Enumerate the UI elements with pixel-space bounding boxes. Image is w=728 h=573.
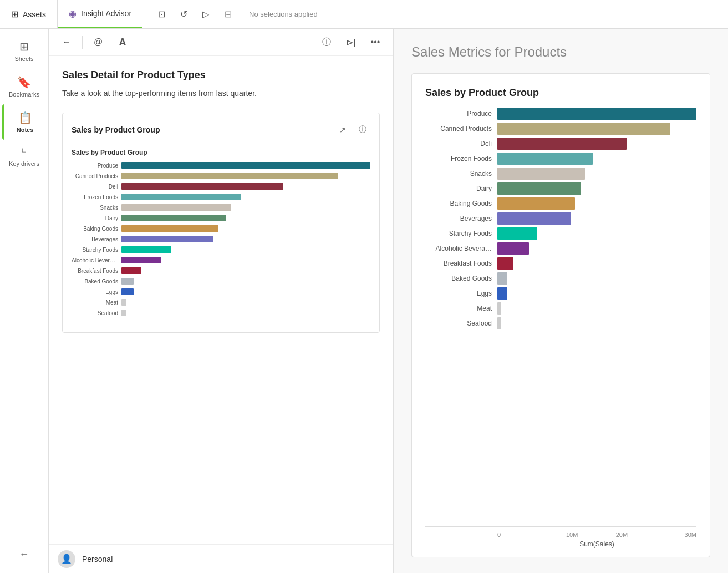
chart-info-button[interactable]: ⓘ xyxy=(355,122,370,138)
right-bar-track xyxy=(497,197,696,210)
right-bar-track xyxy=(497,227,696,240)
at-button[interactable]: @ xyxy=(89,33,107,51)
right-chart-area: ProduceCanned ProductsDeliFrozen FoodsSn… xyxy=(425,108,696,548)
right-bar-label: Baking Goods xyxy=(425,200,497,207)
collapse-button[interactable]: ← xyxy=(14,544,34,564)
no-selections-label: No selections applied xyxy=(249,10,318,18)
right-bar xyxy=(497,227,537,240)
chart-card-icons: ↗ ⓘ xyxy=(335,122,370,138)
notes-icon: 📋 xyxy=(18,111,32,124)
assets-tab[interactable]: ⊞ Assets xyxy=(0,0,58,28)
mini-bar-label: Canned Products xyxy=(72,173,121,179)
sidebar-item-notes[interactable]: 📋 Notes xyxy=(2,104,47,140)
right-bar-label: Baked Goods xyxy=(425,275,497,282)
mini-bar-row: Alcoholic Bevera… xyxy=(72,256,370,265)
right-bar-track xyxy=(497,257,696,270)
right-bar-label: Canned Products xyxy=(425,125,497,133)
mini-bar xyxy=(121,194,241,200)
right-bar-row: Frozen Foods xyxy=(425,153,696,165)
sidebar-item-sheets[interactable]: ⊞ Sheets xyxy=(2,33,47,69)
mini-bar-track xyxy=(121,194,370,200)
right-bar-track xyxy=(497,242,696,255)
right-bar xyxy=(497,168,585,180)
mini-bar-row: Meat xyxy=(72,298,370,307)
mini-bar xyxy=(121,299,126,306)
back-button[interactable]: ← xyxy=(58,33,75,51)
right-bar xyxy=(497,197,575,210)
assets-label: Assets xyxy=(23,10,46,19)
mini-bar xyxy=(121,310,126,316)
x-axis: 0 10M 20M 30M xyxy=(425,526,696,538)
mini-bar-label: Seafood xyxy=(72,310,121,316)
mini-bar xyxy=(121,236,213,242)
right-bar-track xyxy=(497,108,696,120)
right-bar-track xyxy=(497,168,696,180)
sheets-icon: ⊞ xyxy=(19,40,29,53)
right-bar-label: Produce xyxy=(425,110,497,118)
mini-bar-track xyxy=(121,246,370,253)
right-bars-container: ProduceCanned ProductsDeliFrozen FoodsSn… xyxy=(425,108,696,524)
right-bar-row: Baked Goods xyxy=(425,272,696,285)
info-button[interactable]: ⓘ xyxy=(318,33,335,51)
right-bar-label: Deli xyxy=(425,140,497,148)
right-bar-row: Meat xyxy=(425,302,696,315)
mini-bar-label: Produce xyxy=(72,163,121,169)
right-bar xyxy=(497,287,507,300)
mini-bar-label: Snacks xyxy=(72,205,121,211)
right-bar-track xyxy=(497,287,696,300)
right-bar-row: Deli xyxy=(425,138,696,150)
right-bar-label: Alcoholic Bevera… xyxy=(425,245,497,252)
mini-bar-track xyxy=(121,299,370,306)
mini-bar-row: Breakfast Foods xyxy=(72,266,370,275)
export-chart-button[interactable]: ↗ xyxy=(335,122,350,138)
sidebar-item-bookmarks[interactable]: 🔖 Bookmarks xyxy=(2,69,47,104)
font-button[interactable]: A xyxy=(114,33,131,51)
forward-button[interactable]: ▷ xyxy=(196,4,216,24)
mini-bar xyxy=(121,257,161,263)
mini-bar xyxy=(121,278,134,285)
right-bar xyxy=(497,182,581,195)
right-bar-label: Meat xyxy=(425,305,497,312)
right-bar-track xyxy=(497,153,696,165)
mini-bar-label: Alcoholic Bevera… xyxy=(72,257,121,263)
right-bar xyxy=(497,257,513,270)
mini-bar xyxy=(121,183,283,190)
sidebar: ⊞ Sheets 🔖 Bookmarks 📋 Notes ⑂ Key drive… xyxy=(0,29,49,573)
right-bar xyxy=(497,138,627,150)
mini-bar-track xyxy=(121,288,370,295)
snapshot-button[interactable]: ⊟ xyxy=(218,4,238,24)
mini-bar-track xyxy=(121,183,370,190)
right-bar xyxy=(497,123,670,135)
sidebar-item-key-drivers[interactable]: ⑂ Key drivers xyxy=(2,140,47,174)
right-panel-title: Sales Metrics for Products xyxy=(411,44,710,60)
mini-bars-container: ProduceCanned ProductsDeliFrozen FoodsSn… xyxy=(72,161,370,317)
right-bar xyxy=(497,153,593,165)
right-bar xyxy=(497,108,696,120)
right-bar xyxy=(497,272,507,285)
bookmarks-icon: 🔖 xyxy=(17,75,31,89)
mini-bar-label: Starchy Foods xyxy=(72,247,121,253)
right-bar xyxy=(497,302,501,315)
mini-bar xyxy=(121,267,141,274)
right-bar xyxy=(497,212,571,225)
more-options-button[interactable]: ••• xyxy=(366,33,384,51)
note-description: Take a look at the top-performing items … xyxy=(62,88,380,99)
right-chart-container: Sales by Product Group ProduceCanned Pro… xyxy=(411,73,710,557)
insight-advisor-tab[interactable]: ◉ Insight Advisor xyxy=(58,0,142,28)
chart-card-header: Sales by Product Group ↗ ⓘ xyxy=(72,122,370,138)
mini-bar-row: Deli xyxy=(72,182,370,191)
mini-bar-label: Deli xyxy=(72,184,121,190)
mini-bar xyxy=(121,162,370,169)
refresh-button[interactable]: ↺ xyxy=(174,4,194,24)
mini-bar xyxy=(121,215,226,221)
next-section-button[interactable]: ⊳| xyxy=(342,33,360,51)
mini-bar-track xyxy=(121,204,370,211)
right-bar-track xyxy=(497,212,696,225)
right-bar-row: Seafood xyxy=(425,317,696,329)
smart-search-button[interactable]: ⊡ xyxy=(151,4,171,24)
middle-bottom: 👤 Personal xyxy=(49,544,393,573)
right-bar-row: Dairy xyxy=(425,182,696,195)
mini-bar-row: Dairy xyxy=(72,214,370,222)
mini-bar xyxy=(121,173,338,179)
mini-bar-row: Baking Goods xyxy=(72,224,370,233)
